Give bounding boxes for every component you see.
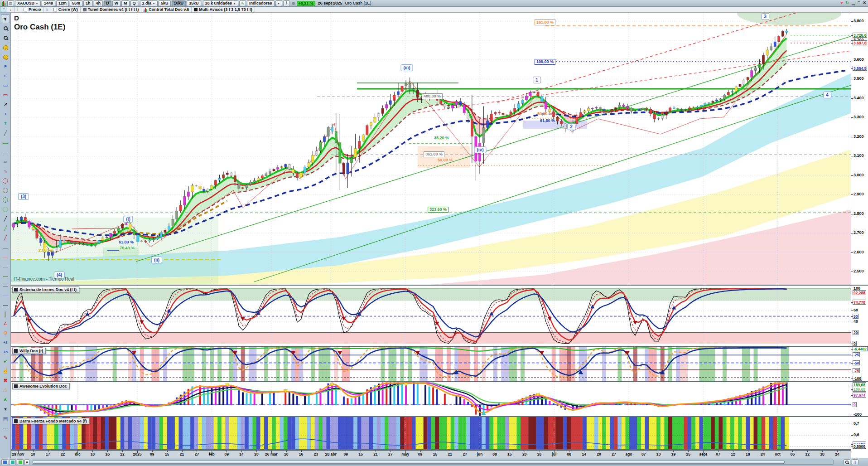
cursor-tool[interactable]: ➤: [1, 15, 10, 23]
wave-label-i[interactable]: (i): [123, 216, 133, 223]
panel-header-barra[interactable]: Barra Fuerza Fondo Mercado v4 (f): [12, 418, 90, 424]
hline-green-tool[interactable]: ―: [1, 262, 10, 271]
timeframe-button-M[interactable]: M: [121, 0, 130, 6]
arrow-up-icon[interactable]: ↑: [17, 7, 19, 12]
chart-type-icon[interactable]: [2, 1, 5, 6]
hline-pink-tool[interactable]: ―: [1, 252, 10, 261]
fib-level-label[interactable]: 400,00 %: [422, 93, 443, 99]
wave-label-ii[interactable]: (ii): [151, 257, 162, 263]
wave-label-iv[interactable]: (iv): [474, 146, 487, 153]
fib-level-text[interactable]: 50,00 %: [438, 158, 453, 162]
fib-level-label[interactable]: 323,60 %: [428, 207, 448, 213]
panel-separator[interactable]: [11, 416, 851, 417]
timeframe-button-4h[interactable]: 4h: [94, 0, 103, 6]
note-tool[interactable]: T: [1, 119, 10, 128]
indicators-dropdown[interactable]: ▼: [275, 0, 282, 6]
fib-projection-tool[interactable]: F: [1, 72, 10, 80]
fib-numbers-tool[interactable]: +2: [1, 338, 10, 347]
fib-level-text[interactable]: 38,20 %: [434, 136, 449, 140]
hline-red-tool[interactable]: ―: [1, 281, 10, 290]
horizontal-scrollbar[interactable]: [32, 460, 834, 465]
wave-label-3[interactable]: (3): [18, 193, 29, 200]
fib-level-text[interactable]: 76,40 %: [120, 246, 135, 250]
arrow-down-icon[interactable]: ↓: [10, 7, 12, 12]
hline-lightblue-tool[interactable]: ―: [1, 291, 10, 299]
notifications-tool[interactable]: ▤: [1, 414, 10, 423]
legend-item-arrow-up[interactable]: ↑: [14, 7, 22, 12]
fib-retracement-tool[interactable]: F: [1, 62, 10, 71]
arrow-tool[interactable]: ↗: [1, 100, 10, 109]
ellipse-red-tool[interactable]: ◯: [1, 176, 10, 185]
time-axis[interactable]: 29 nov101722dic101622202509152127feb0914…: [11, 450, 851, 458]
wave-label-4[interactable]: (4): [54, 272, 65, 278]
segment-tool[interactable]: ╱: [1, 129, 10, 137]
panel-separator[interactable]: [11, 346, 851, 347]
hline-darkblue-tool[interactable]: ―: [1, 300, 10, 309]
zoom-tool[interactable]: [1, 24, 10, 33]
info-icon[interactable]: i: [283, 0, 290, 6]
hline-red-dot-tool[interactable]: ―: [1, 148, 10, 156]
vline-tool[interactable]: │: [1, 310, 10, 318]
symbol-selector[interactable]: XAUUSD▼: [15, 0, 41, 6]
indicators-button[interactable]: Indicadores: [247, 0, 275, 6]
workspace-dropdown[interactable]: ▾: [24, 459, 29, 465]
wave-label-2[interactable]: 2: [567, 123, 575, 130]
text-tool[interactable]: T: [1, 110, 10, 118]
trendline-red-tool[interactable]: ╱: [1, 233, 10, 242]
awesome-panel[interactable]: [11, 382, 851, 416]
alarm-add-tool[interactable]: [1, 43, 10, 52]
fib-level-text[interactable]: 50,00 %: [537, 112, 552, 116]
favorite-icon[interactable]: ♥: [839, 0, 844, 5]
arrow-up-green-tool[interactable]: ➤: [1, 395, 10, 404]
zoom-area-tool[interactable]: [1, 34, 10, 42]
barra-panel[interactable]: [11, 417, 851, 449]
ruler-tool[interactable]: ▱: [1, 157, 10, 166]
fib-level-label[interactable]: 100,00 %: [535, 59, 555, 65]
willy-panel[interactable]: [11, 347, 851, 381]
legend-item-precio[interactable]: Precio: [21, 7, 44, 12]
checkbox-icon[interactable]: [53, 8, 57, 11]
volume-button-5kU[interactable]: 5kU: [159, 0, 171, 6]
legend-item-multi[interactable]: Multi Avisos (3 f 3 1,5 70 f f): [192, 7, 255, 12]
timeframe-button-144s[interactable]: 144s: [42, 0, 55, 6]
hline-darkgreen-tool[interactable]: ―: [1, 272, 10, 280]
trendline-green-tool[interactable]: ╱: [1, 224, 10, 233]
validate-tool[interactable]: ✔: [1, 357, 10, 366]
hline-green-dot-tool[interactable]: ―: [1, 138, 10, 147]
minimize-button[interactable]: ▁: [851, 0, 856, 5]
warning-tool[interactable]: ⚠: [1, 386, 10, 394]
fib-level-text[interactable]: 23,60 %: [39, 248, 53, 252]
draw-tool[interactable]: ✎: [1, 433, 10, 442]
wave-label-1[interactable]: 1: [533, 77, 541, 83]
hline-black-tool[interactable]: ―: [1, 243, 10, 252]
workspace-icon-3[interactable]: [17, 459, 24, 465]
zoom-in-icon[interactable]: [844, 459, 850, 465]
legend-item-list[interactable]: ≡: [44, 7, 51, 12]
rect-red-tool[interactable]: ▭: [1, 91, 10, 99]
panel-separator[interactable]: [11, 449, 851, 450]
checkbox-icon[interactable]: [24, 8, 27, 11]
angle-tool[interactable]: ∠: [1, 319, 10, 328]
period-selector[interactable]: 1 día▼: [140, 0, 158, 6]
timeframe-button-56m[interactable]: 56m: [70, 0, 82, 6]
wave-pattern-tool[interactable]: ∿: [1, 167, 10, 175]
panel-header-willy[interactable]: Willy Doc (t): [12, 348, 46, 354]
close-button[interactable]: ✖: [862, 0, 867, 5]
main-chart-panel[interactable]: [11, 13, 851, 285]
panel-separator[interactable]: [11, 381, 851, 382]
legend-item-control[interactable]: Control Total Doc v.6: [141, 7, 192, 12]
more-tools-button[interactable]: ⋯: [1, 424, 10, 432]
timeframe-button-W[interactable]: W: [112, 0, 121, 6]
ellipse-brown-tool[interactable]: ◯: [1, 186, 10, 194]
legend-item-arrow-down[interactable]: ↓: [7, 7, 14, 12]
scroll-to-end-icon[interactable]: ⇓: [852, 459, 858, 465]
ellipse-green-tool[interactable]: ◯: [1, 195, 10, 204]
timeframe-button-Q[interactable]: Q: [130, 0, 138, 6]
timeframe-button-1h[interactable]: 1h: [83, 0, 93, 6]
fib-level-text[interactable]: 61,80 %: [119, 240, 134, 244]
scrollbar-thumb[interactable]: [33, 461, 785, 464]
panel-header-awesome[interactable]: Awesome Evolution Doc: [12, 383, 70, 389]
chart-style-icon[interactable]: ∿: [239, 0, 246, 6]
workspace-icon-2[interactable]: [9, 459, 16, 465]
fib-level-label[interactable]: 361,80 %: [424, 151, 444, 157]
